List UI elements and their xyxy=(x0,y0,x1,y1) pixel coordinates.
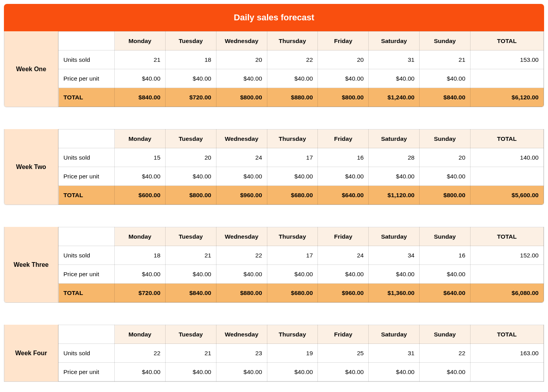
cell-value: $40.00 xyxy=(216,363,267,381)
day-header: Tuesday xyxy=(165,129,216,148)
week-table: MondayTuesdayWednesdayThursdayFridaySatu… xyxy=(58,325,544,381)
header-blank xyxy=(59,32,115,50)
data-row: Price per unit$40.00$40.00$40.00$40.00$4… xyxy=(59,167,544,186)
row-label: TOTAL xyxy=(59,186,115,205)
row-total: 152.00 xyxy=(470,246,543,265)
data-row: Price per unit$40.00$40.00$40.00$40.00$4… xyxy=(59,265,544,284)
day-header: Sunday xyxy=(420,227,470,246)
cell-value: 21 xyxy=(165,246,216,265)
cell-value: $40.00 xyxy=(216,69,267,88)
day-header: Tuesday xyxy=(165,227,216,246)
row-total xyxy=(470,265,543,284)
cell-value: $1,360.00 xyxy=(369,284,420,302)
day-header: Saturday xyxy=(369,325,420,344)
total-header: TOTAL xyxy=(470,129,543,148)
week-table: MondayTuesdayWednesdayThursdayFridaySatu… xyxy=(58,129,544,205)
cell-value: $40.00 xyxy=(369,167,420,186)
cell-value: 20 xyxy=(420,148,470,167)
cell-value: $680.00 xyxy=(267,284,318,302)
cell-value: $40.00 xyxy=(115,167,166,186)
row-total: 140.00 xyxy=(470,148,543,167)
cell-value: $640.00 xyxy=(420,284,470,302)
cell-value: 21 xyxy=(165,344,216,363)
cell-value: $40.00 xyxy=(318,69,369,88)
day-header: Friday xyxy=(318,227,369,246)
cell-value: $600.00 xyxy=(115,186,166,205)
cell-value: $960.00 xyxy=(318,284,369,302)
week-table: MondayTuesdayWednesdayThursdayFridaySatu… xyxy=(58,31,544,107)
row-label: TOTAL xyxy=(59,88,115,107)
cell-value: $960.00 xyxy=(216,186,267,205)
day-header: Sunday xyxy=(420,325,470,344)
row-total xyxy=(470,167,543,186)
day-header: Wednesday xyxy=(216,227,267,246)
cell-value: 16 xyxy=(318,148,369,167)
cell-value: $40.00 xyxy=(318,363,369,381)
cell-value: $40.00 xyxy=(420,69,470,88)
day-header: Friday xyxy=(318,325,369,344)
cell-value: 18 xyxy=(115,246,166,265)
cell-value: 22 xyxy=(267,50,318,69)
cell-value: 20 xyxy=(318,50,369,69)
cell-value: $840.00 xyxy=(420,88,470,107)
cell-value: 19 xyxy=(267,344,318,363)
cell-value: $40.00 xyxy=(267,69,318,88)
cell-value: 20 xyxy=(165,148,216,167)
cell-value: 18 xyxy=(165,50,216,69)
data-row: Units sold22212319253122163.00 xyxy=(59,344,544,363)
week-block: Week ThreeMondayTuesdayWednesdayThursday… xyxy=(4,227,544,303)
cell-value: $40.00 xyxy=(267,167,318,186)
row-label: Units sold xyxy=(59,344,115,363)
cell-value: $880.00 xyxy=(267,88,318,107)
cell-value: 21 xyxy=(420,50,470,69)
total-row: TOTAL$840.00$720.00$800.00$880.00$800.00… xyxy=(59,88,544,107)
cell-value: $40.00 xyxy=(369,69,420,88)
row-label: Units sold xyxy=(59,148,115,167)
total-row: TOTAL$600.00$800.00$960.00$680.00$640.00… xyxy=(59,186,544,205)
row-total: 153.00 xyxy=(470,50,543,69)
cell-value: 17 xyxy=(267,148,318,167)
day-header: Saturday xyxy=(369,227,420,246)
row-label: Price per unit xyxy=(59,265,115,284)
cell-value: $40.00 xyxy=(165,265,216,284)
cell-value: 24 xyxy=(216,148,267,167)
page-title: Daily sales forecast xyxy=(4,4,544,31)
cell-value: $40.00 xyxy=(165,363,216,381)
row-total xyxy=(470,363,543,381)
total-header: TOTAL xyxy=(470,227,543,246)
day-header: Thursday xyxy=(267,325,318,344)
cell-value: $40.00 xyxy=(115,69,166,88)
week-label: Week One xyxy=(4,31,58,107)
cell-value: $40.00 xyxy=(369,265,420,284)
day-header: Friday xyxy=(318,32,369,50)
cell-value: $720.00 xyxy=(115,284,166,302)
day-header: Thursday xyxy=(267,227,318,246)
day-header: Monday xyxy=(115,32,166,50)
day-header: Thursday xyxy=(267,32,318,50)
row-label: Price per unit xyxy=(59,167,115,186)
cell-value: $1,120.00 xyxy=(369,186,420,205)
cell-value: 23 xyxy=(216,344,267,363)
total-header: TOTAL xyxy=(470,325,543,344)
row-label: Units sold xyxy=(59,246,115,265)
cell-value: 20 xyxy=(216,50,267,69)
cell-value: $840.00 xyxy=(115,88,166,107)
row-label: Price per unit xyxy=(59,69,115,88)
day-header: Wednesday xyxy=(216,129,267,148)
cell-value: 21 xyxy=(115,50,166,69)
cell-value: $640.00 xyxy=(318,186,369,205)
cell-value: 22 xyxy=(420,344,470,363)
cell-value: 31 xyxy=(369,50,420,69)
row-total: $6,120.00 xyxy=(470,88,543,107)
cell-value: $800.00 xyxy=(420,186,470,205)
cell-value: $40.00 xyxy=(216,265,267,284)
cell-value: $40.00 xyxy=(115,265,166,284)
row-total xyxy=(470,69,543,88)
header-blank xyxy=(59,325,115,344)
day-header: Friday xyxy=(318,129,369,148)
cell-value: $40.00 xyxy=(216,167,267,186)
cell-value: 16 xyxy=(420,246,470,265)
cell-value: $40.00 xyxy=(420,265,470,284)
day-header: Thursday xyxy=(267,129,318,148)
data-row: Units sold21182022203121153.00 xyxy=(59,50,544,69)
